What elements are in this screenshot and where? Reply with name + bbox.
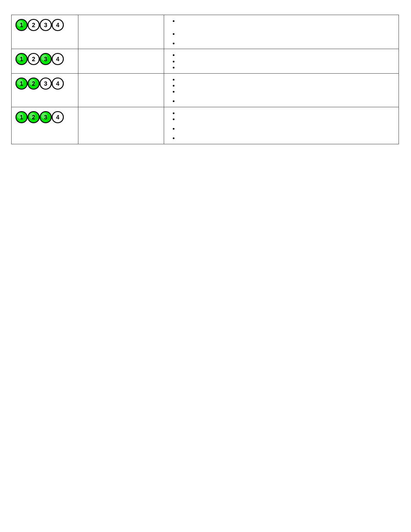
list-item bbox=[179, 88, 395, 98]
led-cell: 1234 bbox=[12, 107, 78, 144]
svg-text:4: 4 bbox=[56, 56, 59, 62]
svg-text:4: 4 bbox=[56, 80, 59, 87]
led-group: 1234 bbox=[15, 18, 75, 31]
led-2-off-icon: 2 bbox=[27, 19, 40, 31]
led-group: 1234 bbox=[15, 76, 75, 90]
led-3-on-icon: 3 bbox=[39, 111, 52, 124]
status-table: 1234123412341234 bbox=[11, 15, 399, 144]
led-4-off-icon: 4 bbox=[51, 19, 64, 31]
bullet-list bbox=[168, 18, 395, 46]
led-group: 1234 bbox=[15, 52, 75, 65]
list-item bbox=[179, 31, 395, 40]
list-item bbox=[179, 125, 395, 135]
bullet-list bbox=[168, 76, 395, 104]
svg-text:4: 4 bbox=[56, 114, 59, 121]
list-item bbox=[179, 40, 395, 46]
description-cell bbox=[164, 107, 399, 144]
status-label-cell bbox=[78, 107, 164, 144]
led-4-off-icon: 4 bbox=[51, 111, 64, 124]
led-4-off-icon: 4 bbox=[51, 77, 64, 90]
led-2-on-icon: 2 bbox=[27, 77, 40, 90]
document-page: 1234123412341234 bbox=[0, 15, 411, 532]
table-row: 1234 bbox=[12, 49, 399, 73]
svg-text:3: 3 bbox=[44, 22, 47, 28]
led-group: 1234 bbox=[15, 110, 75, 124]
list-item bbox=[179, 64, 395, 70]
list-item bbox=[179, 135, 395, 141]
led-cell: 1234 bbox=[12, 49, 78, 73]
status-label-cell bbox=[78, 73, 164, 107]
svg-text:4: 4 bbox=[56, 22, 59, 28]
svg-text:2: 2 bbox=[32, 22, 35, 28]
description-cell bbox=[164, 15, 399, 49]
svg-text:1: 1 bbox=[20, 114, 23, 121]
svg-text:3: 3 bbox=[44, 114, 47, 121]
description-cell bbox=[164, 73, 399, 107]
led-2-on-icon: 2 bbox=[27, 111, 40, 124]
bullet-list bbox=[168, 110, 395, 141]
bullet-list bbox=[168, 52, 395, 70]
description-cell bbox=[164, 49, 399, 73]
footer-link[interactable] bbox=[11, 151, 80, 157]
led-3-off-icon: 3 bbox=[39, 19, 52, 31]
list-item bbox=[179, 98, 395, 104]
led-2-off-icon: 2 bbox=[27, 53, 40, 65]
list-item bbox=[179, 52, 395, 58]
svg-text:3: 3 bbox=[44, 80, 47, 87]
led-3-off-icon: 3 bbox=[39, 77, 52, 90]
list-item bbox=[179, 58, 395, 64]
led-cell: 1234 bbox=[12, 15, 78, 49]
svg-text:2: 2 bbox=[32, 80, 35, 87]
list-item bbox=[179, 116, 395, 125]
table-row: 1234 bbox=[12, 15, 399, 49]
svg-text:3: 3 bbox=[44, 56, 47, 62]
list-item bbox=[179, 18, 395, 31]
list-item bbox=[179, 82, 395, 88]
led-cell: 1234 bbox=[12, 73, 78, 107]
table-row: 1234 bbox=[12, 73, 399, 107]
svg-text:2: 2 bbox=[32, 56, 35, 62]
svg-text:1: 1 bbox=[20, 22, 23, 28]
list-item bbox=[179, 76, 395, 82]
svg-text:2: 2 bbox=[32, 114, 35, 121]
led-1-on-icon: 1 bbox=[15, 53, 28, 65]
list-item bbox=[179, 110, 395, 116]
led-4-off-icon: 4 bbox=[51, 53, 64, 65]
led-1-on-icon: 1 bbox=[15, 77, 28, 90]
led-1-on-icon: 1 bbox=[15, 111, 28, 124]
table-row: 1234 bbox=[12, 107, 399, 144]
status-label-cell bbox=[78, 49, 164, 73]
svg-text:1: 1 bbox=[20, 56, 23, 62]
led-3-on-icon: 3 bbox=[39, 53, 52, 65]
svg-text:1: 1 bbox=[20, 80, 23, 87]
status-label-cell bbox=[78, 15, 164, 49]
led-1-on-icon: 1 bbox=[15, 19, 28, 31]
